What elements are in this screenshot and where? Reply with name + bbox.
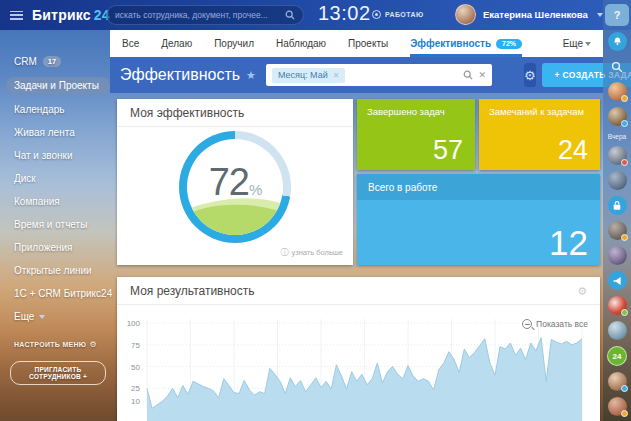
learn-more-link[interactable]: ⓘузнать больше	[280, 247, 343, 258]
efficiency-badge: 72%	[496, 39, 522, 49]
tab-all[interactable]: Все	[122, 30, 139, 57]
page-title: Эффективность	[120, 66, 240, 84]
zoom-out-icon	[522, 319, 532, 329]
my-productivity-card: Моя результативность ⚙ Показать все 1007…	[117, 277, 600, 421]
chat-avatar[interactable]	[608, 82, 627, 101]
tab-projects[interactable]: Проекты	[348, 30, 388, 57]
filter-input[interactable]	[345, 70, 458, 80]
sidebar-item-tasks-projects[interactable]: Задачи и Проекты	[6, 77, 110, 94]
tab-doing[interactable]: Делаю	[161, 30, 192, 57]
clear-filter-icon[interactable]: ✕	[478, 70, 486, 80]
sidebar-item-apps[interactable]: Приложения	[14, 240, 110, 255]
tab-assigned[interactable]: Поручил	[214, 30, 254, 57]
completed-tasks-tile[interactable]: Завершено задач 57	[357, 99, 475, 170]
show-all-label: Показать все	[536, 319, 588, 329]
svg-text:50: 50	[131, 363, 140, 372]
gauge-inner: 72%	[187, 139, 283, 235]
sidebar-item-label: Задачи и Проекты	[14, 80, 99, 91]
chat-avatar[interactable]	[608, 296, 627, 315]
configure-menu-link[interactable]: НАСТРОИТЬ МЕНЮ⚙	[14, 340, 110, 349]
user-avatar	[455, 4, 476, 25]
gear-icon: ⚙	[89, 340, 96, 349]
status-dot	[621, 309, 628, 316]
work-status[interactable]: РАБОТАЮ	[372, 10, 424, 19]
efficiency-gauge: 72%	[179, 131, 291, 243]
app-logo[interactable]: Битрикс24	[32, 7, 110, 23]
status-dot	[621, 410, 628, 417]
bitrix24-app: Битрикс24 13:02 РАБОТАЮ Екатерина Шеленк…	[0, 0, 631, 421]
productivity-chart-area: Показать все 10075502510	[117, 311, 600, 421]
invite-employees-button[interactable]: ПРИГЛАСИТЬ СОТРУДНИКОВ +	[10, 361, 106, 385]
private-chat-button[interactable]	[608, 196, 627, 215]
sidebar-item-disk[interactable]: Диск	[14, 171, 110, 186]
tabs-more-menu[interactable]: Еще	[563, 38, 591, 49]
sidebar-item-crm[interactable]: CRM17	[14, 54, 110, 69]
tabs-more-label: Еще	[563, 38, 583, 49]
sidebar-item-calendar[interactable]: Календарь	[14, 102, 110, 117]
gauge-ring: 72%	[179, 131, 291, 243]
chip-close-icon[interactable]: ✕	[333, 71, 340, 80]
filter-chip[interactable]: Месяц: Май✕	[272, 68, 345, 83]
tab-efficiency[interactable]: Эффективность 72%	[410, 30, 522, 57]
main-area: Все Делаю Поручил Наблюдаю Проекты Эффек…	[110, 30, 603, 421]
sidebar-item-more[interactable]: Еще	[14, 309, 110, 324]
svg-text:25: 25	[131, 384, 140, 393]
notifications-button[interactable]	[608, 32, 627, 51]
messenger-strip: ? Вчера 24	[603, 0, 631, 421]
sidebar-item-1c-crm[interactable]: 1С + CRM Битрикс24	[14, 286, 110, 301]
announcements-button[interactable]	[608, 271, 627, 290]
global-search-input[interactable]	[115, 10, 285, 20]
show-all-link[interactable]: Показать все	[522, 319, 588, 329]
efficiency-value: 72%	[187, 161, 283, 204]
settings-gear-button[interactable]: ⚙	[524, 63, 536, 87]
status-dot	[621, 385, 628, 392]
chat-avatar[interactable]	[608, 397, 627, 416]
hamburger-menu-icon[interactable]	[10, 11, 23, 20]
chat-avatar[interactable]	[608, 321, 627, 340]
svg-text:10: 10	[131, 397, 140, 406]
global-search[interactable]	[106, 5, 304, 25]
bitrix24-chat-badge[interactable]: 24	[607, 346, 627, 366]
top-bar: Битрикс24 13:02 РАБОТАЮ Екатерина Шеленк…	[0, 0, 631, 30]
status-dot	[621, 234, 628, 241]
sidebar-item-chat-calls[interactable]: Чат и звонки	[14, 148, 110, 163]
favorite-star-icon[interactable]: ★	[246, 69, 256, 82]
tile-label: Замечаний к задачам	[479, 99, 600, 117]
filter-chip-label: Месяц: Май	[278, 70, 328, 80]
info-icon: ⓘ	[280, 247, 288, 258]
card-title: Моя эффективность	[130, 106, 244, 120]
chat-avatar[interactable]	[608, 246, 627, 265]
tile-value: 12	[549, 223, 588, 263]
help-button[interactable]: ?	[605, 4, 629, 26]
lock-icon	[612, 200, 622, 211]
sidebar-item-feed[interactable]: Живая лента	[14, 125, 110, 140]
user-menu[interactable]: Екатерина Шеленкова	[455, 4, 603, 25]
strip-search-button[interactable]	[608, 57, 627, 76]
in-progress-tile[interactable]: Всего в работе 12	[357, 174, 600, 265]
crm-counter-badge: 17	[43, 56, 61, 67]
sidebar-item-open-lines[interactable]: Открытые линии	[14, 263, 110, 278]
filter-search-box[interactable]: Месяц: Май✕ ✕	[266, 64, 492, 86]
work-clock[interactable]: 13:02	[318, 2, 371, 25]
chat-avatar[interactable]	[608, 372, 627, 391]
status-dot	[621, 120, 628, 127]
configure-menu-label: НАСТРОИТЬ МЕНЮ	[14, 341, 86, 348]
chat-avatar[interactable]	[608, 146, 627, 165]
my-efficiency-card: Моя эффективность 72% ⓘузнать больше	[117, 99, 353, 265]
chat-avatar[interactable]	[608, 171, 627, 190]
sidebar-item-label: Еще	[14, 311, 34, 322]
chat-avatar[interactable]	[608, 107, 627, 126]
gear-icon[interactable]: ⚙	[577, 285, 587, 298]
chat-avatar[interactable]	[608, 221, 627, 240]
search-icon	[611, 61, 623, 73]
sidebar-item-time-reports[interactable]: Время и отчеты	[14, 217, 110, 232]
sidebar-item-label: Живая лента	[14, 127, 75, 138]
sidebar-item-label: Приложения	[14, 242, 73, 253]
search-icon[interactable]	[463, 70, 473, 80]
user-name: Екатерина Шеленкова	[483, 9, 588, 20]
learn-more-label: узнать больше	[291, 248, 343, 257]
productivity-chart: 10075502510	[117, 311, 589, 421]
sidebar-item-company[interactable]: Компания	[14, 194, 110, 209]
task-remarks-tile[interactable]: Замечаний к задачам 24	[479, 99, 600, 170]
tab-following[interactable]: Наблюдаю	[276, 30, 326, 57]
